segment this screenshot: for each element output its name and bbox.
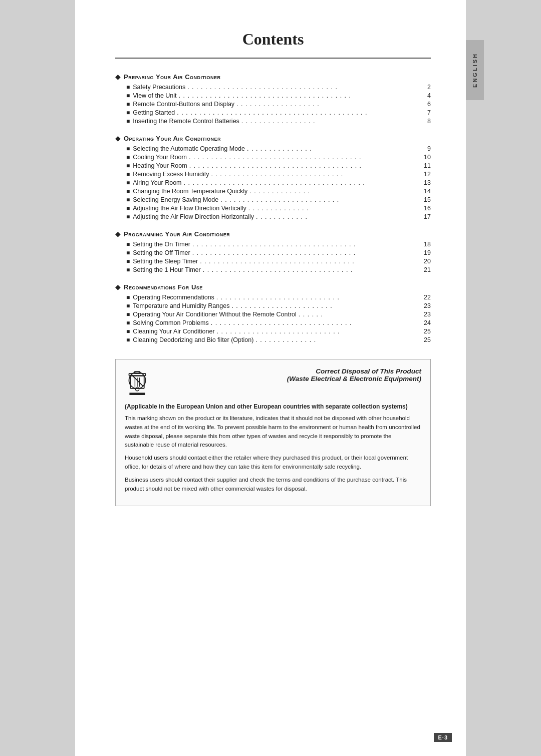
toc-dots: . . . . . . . . . . . . . . . . . . . . …: [203, 266, 419, 274]
toc-page: 10: [421, 154, 431, 161]
toc-page: 7: [421, 109, 431, 116]
toc-bullet: ■: [126, 196, 130, 203]
toc-page: 20: [421, 258, 431, 265]
toc-page: 6: [421, 101, 431, 108]
section-header-programming: ◆Programming Your Air Conditioner: [115, 230, 431, 238]
toc-section-preparing: ◆Preparing Your Air Conditioner■Safety P…: [115, 73, 431, 125]
notice-paragraph: Business users should contact their supp…: [125, 476, 421, 494]
section-diamond: ◆: [115, 230, 121, 238]
toc-bullet: ■: [126, 319, 130, 326]
toc-item: ■Solving Common Problems . . . . . . . .…: [115, 319, 431, 327]
toc-bullet: ■: [126, 145, 130, 152]
toc-page: 16: [421, 205, 431, 212]
svg-point-6: [135, 387, 139, 391]
toc-label: Changing the Room Temperature Quickly: [133, 188, 247, 195]
toc-label: Heating Your Room: [133, 162, 187, 169]
toc-item: ■Safety Precautions . . . . . . . . . . …: [115, 84, 431, 91]
toc-page: 19: [421, 249, 431, 256]
toc-bullet: ■: [126, 179, 130, 186]
notice-subtitle: (Waste Electrical & Electronic Equipment…: [160, 375, 421, 383]
toc-label: Temperature and Humidity Ranges: [133, 302, 229, 309]
toc-dots: . . . . . . . . . . . . . . . . . . . . …: [177, 109, 419, 117]
section-title: Programming Your Air Conditioner: [124, 230, 230, 238]
notice-bold-heading: (Applicable in the European Union and ot…: [125, 403, 421, 410]
section-diamond: ◆: [115, 134, 121, 142]
toc-dots: . . . . . . . . . . . . . . . . . . . . …: [216, 294, 419, 301]
toc-page: 21: [421, 266, 431, 273]
document-page: ENGLISH Contents ◆Preparing Your Air Con…: [75, 0, 466, 756]
toc-label: Selecting Energy Saving Mode: [133, 196, 218, 203]
toc-item: ■Operating Recommendations . . . . . . .…: [115, 294, 431, 301]
notice-paragraphs: This marking shown on the product or its…: [125, 414, 421, 494]
toc-dots: . . . . . . . . . . . . . . . . . . . . …: [192, 241, 419, 248]
toc-dots: . . . . . .: [299, 311, 419, 318]
notice-title: Correct Disposal of This Product: [160, 367, 421, 375]
toc-bullet: ■: [126, 294, 130, 301]
toc-page: 12: [421, 171, 431, 178]
toc-section-recommendations: ◆Recommendations For Use■Operating Recom…: [115, 283, 431, 344]
toc-label: Cleaning Deodorizing and Bio filter (Opt…: [133, 336, 253, 343]
toc-label: Cooling Your Room: [133, 154, 187, 161]
toc-label: Adjusting the Air Flow Direction Vertica…: [133, 205, 246, 212]
svg-rect-9: [129, 393, 145, 395]
toc-item: ■View of the Unit . . . . . . . . . . . …: [115, 92, 431, 100]
toc-item: ■Operating Your Air Conditioner Without …: [115, 311, 431, 318]
toc-item: ■Setting the 1 Hour Timer . . . . . . . …: [115, 266, 431, 274]
toc-item: ■Setting the Sleep Timer . . . . . . . .…: [115, 258, 431, 265]
toc-item: ■Remote Control-Buttons and Display . . …: [115, 101, 431, 108]
toc-label: Cleaning Your Air Conditioner: [133, 328, 214, 335]
toc-bullet: ■: [126, 311, 130, 318]
toc-page: 15: [421, 196, 431, 203]
toc-label: Selecting the Automatic Operating Mode: [133, 145, 245, 152]
page-title: Contents: [115, 30, 431, 49]
toc-dots: . . . . . . . . . . . . . . . . . . . . …: [179, 92, 419, 100]
language-label: ENGLISH: [472, 53, 478, 88]
notice-paragraph: This marking shown on the product or its…: [125, 414, 421, 450]
section-diamond: ◆: [115, 73, 121, 81]
toc-page: 17: [421, 213, 431, 220]
toc-item: ■Adjusting the Air Flow Direction Vertic…: [115, 205, 431, 212]
toc-item: ■Heating Your Room . . . . . . . . . . .…: [115, 162, 431, 170]
toc-page: 13: [421, 179, 431, 186]
toc-bullet: ■: [126, 241, 130, 248]
toc-section-operating: ◆Operating Your Air Conditioner■Selectin…: [115, 134, 431, 221]
toc-page: 22: [421, 294, 431, 301]
toc-page: 9: [421, 145, 431, 152]
toc-dots: . . . . . . . . . . . . . .: [249, 188, 419, 195]
toc-bullet: ■: [126, 302, 130, 309]
toc-dots: . . . . . . . . . . . . . . . . . . . . …: [189, 162, 419, 170]
toc-item: ■Adjusting the Air Flow Direction Horizo…: [115, 213, 431, 221]
toc-dots: . . . . . . . . . . . . . . . . . . . . …: [200, 258, 419, 265]
toc-section-programming: ◆Programming Your Air Conditioner■Settin…: [115, 230, 431, 274]
toc-page: 23: [421, 311, 431, 318]
toc-label: Getting Started: [133, 109, 175, 116]
section-title: Operating Your Air Conditioner: [124, 135, 221, 142]
toc-dots: . . . . . . . . . . . . . . . . .: [241, 118, 419, 125]
toc-bullet: ■: [126, 336, 130, 343]
toc-bullet: ■: [126, 84, 130, 91]
toc-item: ■Inserting the Remote Control Batteries …: [115, 118, 431, 125]
toc-item: ■Cleaning Your Air Conditioner . . . . .…: [115, 328, 431, 335]
language-tab: ENGLISH: [466, 40, 484, 100]
toc-bullet: ■: [126, 249, 130, 256]
toc-dots: . . . . . . . . . . . . . .: [248, 205, 419, 212]
toc-dots: . . . . . . . . . . . . . . . . . . . . …: [231, 302, 419, 310]
toc-label: Setting the 1 Hour Timer: [133, 266, 200, 273]
section-header-operating: ◆Operating Your Air Conditioner: [115, 134, 431, 142]
notice-title-block: Correct Disposal of This Product (Waste …: [160, 367, 421, 383]
toc-label: View of the Unit: [133, 92, 176, 99]
toc-page: 24: [421, 319, 431, 326]
toc-label: Removing Excess Humidity: [133, 171, 209, 178]
toc-page: 8: [421, 118, 431, 125]
toc-dots: . . . . . . . . . . . . . . . . . . . . …: [187, 84, 419, 91]
toc-page: 25: [421, 336, 431, 343]
toc-page: 4: [421, 92, 431, 99]
notice-paragraph: Household users should contact either th…: [125, 454, 421, 472]
toc-dots: . . . . . . . . . . . . . . . . . . . . …: [189, 154, 419, 161]
toc-item: ■Cooling Your Room . . . . . . . . . . .…: [115, 154, 431, 161]
toc-bullet: ■: [126, 266, 130, 273]
toc-bullet: ■: [126, 171, 130, 178]
toc-item: ■Cleaning Deodorizing and Bio filter (Op…: [115, 336, 431, 344]
toc-item: ■Selecting the Automatic Operating Mode …: [115, 145, 431, 153]
toc-item: ■Selecting Energy Saving Mode . . . . . …: [115, 196, 431, 204]
